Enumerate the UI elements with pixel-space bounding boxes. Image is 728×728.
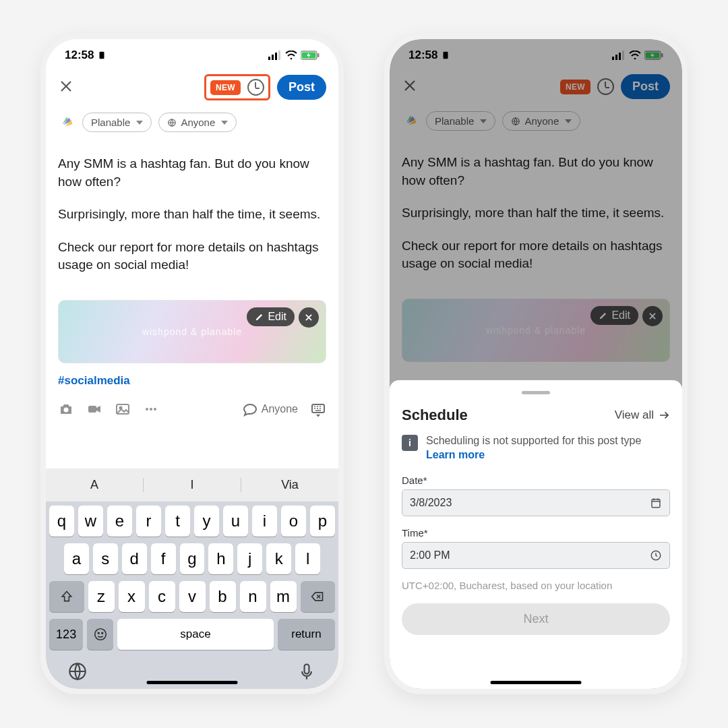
pencil-icon [255,312,264,322]
keyboard-collapse-icon[interactable] [310,401,326,417]
video-icon[interactable] [86,401,102,417]
key-z[interactable]: z [88,581,115,612]
key-t[interactable]: t [165,506,190,537]
attachment-branding: wishpond & planable [59,326,326,337]
close-button[interactable] [402,78,418,96]
backspace-key[interactable] [301,581,336,612]
key-i[interactable]: i [252,506,277,537]
account-picker-pill[interactable]: Planable [426,111,495,131]
suggestion[interactable]: A [46,478,144,492]
visibility-picker-pill[interactable]: Anyone [502,111,580,131]
home-indicator[interactable] [147,681,238,684]
key-r[interactable]: r [136,506,161,537]
key-e[interactable]: e [107,506,132,537]
hashtag-link[interactable]: #socialmedia [46,367,338,394]
visibility-label: Anyone [181,117,215,128]
key-m[interactable]: m [270,581,297,612]
svg-point-18 [94,629,106,640]
svg-point-20 [101,632,102,634]
key-n[interactable]: n [240,581,266,612]
camera-icon[interactable] [58,401,74,417]
phone-left: 12:58 NEW Post Planable [40,34,344,694]
key-c[interactable]: c [149,581,175,612]
suggestion[interactable]: I [144,478,241,492]
timezone-note: UTC+02:00, Bucharest, based on your loca… [402,580,670,591]
svg-point-28 [634,58,636,60]
account-picker-pill[interactable]: Planable [82,113,152,132]
svg-point-14 [146,408,148,411]
suggestion[interactable]: Via [241,478,338,492]
caret-down-icon [221,121,228,125]
view-all-link[interactable]: View all [615,408,670,422]
edit-attachment-button[interactable]: Edit [590,306,638,325]
shift-key[interactable] [49,581,84,612]
key-g[interactable]: g [180,543,205,574]
date-field[interactable]: 3/8/2023 [402,489,670,516]
visibility-label: Anyone [524,115,559,127]
key-x[interactable]: x [119,581,145,612]
mic-icon[interactable] [297,662,316,681]
post-button[interactable]: Post [621,74,670,99]
svg-rect-1 [268,57,270,60]
svg-rect-27 [622,51,624,60]
key-o[interactable]: o [281,506,306,537]
svg-point-16 [154,408,156,411]
svg-rect-4 [278,51,280,60]
new-badge: NEW [560,80,590,94]
remove-attachment-button[interactable] [299,307,319,328]
schedule-clock-icon[interactable] [247,79,264,96]
key-l[interactable]: l [295,543,320,574]
svg-point-10 [64,407,69,412]
key-v[interactable]: v [179,581,206,612]
ios-keyboard: A I Via q w e r t y u i o p a s d f g h … [46,468,338,689]
svg-rect-22 [305,665,309,674]
emoji-key[interactable] [87,619,113,650]
more-icon[interactable] [143,401,159,417]
comment-visibility-chip[interactable]: Anyone [242,401,298,417]
image-attachment[interactable]: wishpond & planable Edit [58,300,326,363]
svg-point-5 [291,58,293,60]
key-k[interactable]: k [266,543,291,574]
return-key[interactable]: return [278,619,335,650]
key-w[interactable]: w [78,506,103,537]
attachment-branding: wishpond & planable [402,325,669,336]
close-button[interactable] [58,78,74,97]
wifi-icon [285,51,297,60]
schedule-clock-icon[interactable] [597,78,614,95]
post-button[interactable]: Post [277,75,326,100]
key-j[interactable]: j [237,543,262,574]
edit-attachment-button[interactable]: Edit [247,307,295,326]
post-text-editor[interactable]: Any SMM is a hashtag fan. But do you kno… [46,136,338,296]
visibility-picker-pill[interactable]: Anyone [158,113,237,132]
learn-more-link[interactable]: Learn more [426,449,485,460]
home-indicator[interactable] [491,681,582,684]
brand-logo[interactable] [402,113,419,130]
time-field[interactable]: 2:00 PM [402,542,670,569]
numbers-key[interactable]: 123 [49,619,83,650]
image-attachment[interactable]: wishpond & planable Edit [402,299,670,362]
svg-rect-24 [612,57,614,60]
info-banner: i Scheduling is not supported for this p… [402,433,670,462]
key-y[interactable]: y [194,506,219,537]
key-q[interactable]: q [49,506,74,537]
key-f[interactable]: f [151,543,176,574]
key-d[interactable]: d [122,543,147,574]
remove-attachment-button[interactable] [642,306,663,326]
info-icon: i [402,435,418,451]
key-u[interactable]: u [223,506,248,537]
close-icon [304,313,313,322]
globe-keyboard-icon[interactable] [68,662,87,681]
key-h[interactable]: h [208,543,233,574]
key-b[interactable]: b [210,581,236,612]
next-button[interactable]: Next [402,603,670,635]
schedule-highlight-annotation: NEW [204,74,270,100]
edit-label: Edit [611,309,630,322]
key-p[interactable]: p [310,506,335,537]
brand-logo[interactable] [58,114,75,131]
space-key[interactable]: space [117,619,274,650]
key-s[interactable]: s [93,543,118,574]
sheet-grabber[interactable] [522,391,550,394]
post-text-editor[interactable]: Any SMM is a hashtag fan. But do you kno… [390,135,682,295]
image-icon[interactable] [115,401,131,417]
key-a[interactable]: a [64,543,89,574]
